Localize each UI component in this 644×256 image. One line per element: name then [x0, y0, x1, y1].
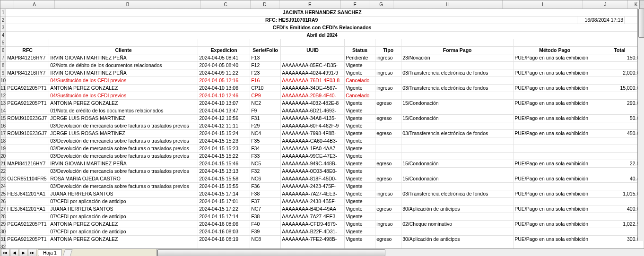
cell-31-A[interactable]: PEGA921205PT1 — [6, 236, 49, 243]
cell-10-G[interactable] — [375, 77, 401, 84]
cell-14-I[interactable] — [513, 107, 596, 114]
column-header-C[interactable]: C — [201, 0, 251, 9]
cell-28-F[interactable]: Vigente — [345, 213, 375, 220]
cell-24-I[interactable] — [513, 183, 596, 190]
cell-17-I[interactable]: PUE/Pago en una sola exhibición — [513, 130, 596, 137]
cell-17-H[interactable]: 03/Transferencia electrónica de fondos — [401, 130, 513, 137]
cell-24-A[interactable] — [6, 183, 49, 190]
cell-13-D[interactable]: NC2 — [250, 100, 281, 107]
cell-28-H[interactable] — [401, 213, 513, 220]
cell-27-E[interactable]: AAAAAAAA-B4D4-49AA — [281, 205, 345, 213]
cell-14-J[interactable] — [596, 107, 644, 114]
cell-25-C[interactable]: 2024-04-15 17:14 — [198, 190, 250, 197]
cell-31-H[interactable]: 30/Aplicación de anticipos — [401, 236, 513, 243]
row-header-30[interactable]: 30 — [0, 228, 6, 236]
vertical-scrollbar[interactable] — [637, 9, 644, 241]
cell-22-E[interactable]: AAAAAAAA-0C03-48E0- — [281, 168, 345, 175]
row-header-24[interactable]: 24 — [0, 183, 6, 190]
row-header-6[interactable]: 6 — [0, 47, 6, 54]
cell-28-A[interactable] — [6, 213, 49, 220]
cell-10-B[interactable]: 04/Sustitución de los CFDI previos — [49, 77, 198, 84]
cell-13-G[interactable]: egreso — [375, 100, 401, 107]
cell-21-F[interactable]: Vigente — [345, 160, 375, 167]
cell-17-D[interactable]: NC4 — [250, 130, 281, 137]
cell-11-F[interactable]: Vigente — [345, 85, 375, 92]
cell-24-F[interactable]: Vigente — [345, 183, 375, 190]
cell-12-A[interactable] — [6, 92, 49, 99]
cell-7-E[interactable] — [281, 54, 345, 61]
cell-14-D[interactable]: F9 — [250, 107, 281, 114]
cell-17-B[interactable]: JORGE LUIS ROSAS MARTINEZ — [49, 130, 198, 137]
cell-10-F[interactable]: Cancelado — [345, 77, 375, 84]
cell-25-A[interactable]: HESJ841201YA1 — [6, 190, 49, 197]
cell-21-G[interactable]: egreso — [375, 160, 401, 167]
cell-31-F[interactable]: Vigente — [345, 236, 375, 243]
cell-16-G[interactable] — [375, 122, 401, 129]
cell-7-D[interactable]: F13 — [250, 54, 281, 61]
row-header-16[interactable]: 16 — [0, 122, 6, 130]
cell-10-H[interactable] — [401, 77, 513, 84]
select-all-corner[interactable] — [0, 0, 14, 9]
cell-7-G[interactable]: ingreso — [375, 54, 401, 61]
row-header-8[interactable]: 8 — [0, 62, 6, 69]
last-sheet-button[interactable]: ⏭ — [28, 249, 36, 256]
cell-28-J[interactable] — [596, 213, 644, 220]
row-header-12[interactable]: 12 — [0, 92, 6, 100]
cell-18-J[interactable] — [596, 137, 644, 145]
row-header-15[interactable]: 15 — [0, 115, 6, 122]
cell-21-A[interactable]: MAPI841216HY7 — [6, 160, 49, 167]
row-header-13[interactable]: 13 — [0, 100, 6, 107]
column-header-H[interactable]: H — [393, 0, 503, 9]
cell-30-J[interactable] — [596, 228, 644, 235]
cell-29-G[interactable]: ingreso — [375, 221, 401, 228]
cell-22-B[interactable]: 03/Devolución de mercancía sobre factura… — [49, 168, 198, 175]
cell-7-H[interactable]: 23/Novación — [401, 54, 513, 61]
row-header-1[interactable]: 1 — [0, 9, 6, 17]
cell-22-D[interactable]: F32 — [250, 168, 281, 175]
cell-31-C[interactable]: 2024-04-16 08:19 — [198, 236, 250, 243]
cell-9-C[interactable]: 2024-04-09 11:22 — [198, 69, 250, 77]
cell-25-G[interactable]: ingreso — [375, 190, 401, 197]
cell-20-G[interactable] — [375, 153, 401, 160]
cell-12-H[interactable] — [401, 92, 513, 99]
cell-31-I[interactable]: PUE/Pago en una sola exhibición — [513, 236, 596, 243]
sheet-tab[interactable]: Hoja 1 — [38, 249, 62, 256]
row-header-21[interactable]: 21 — [0, 160, 6, 168]
cell-24-D[interactable]: F36 — [250, 183, 281, 190]
cell-10-I[interactable] — [513, 77, 596, 84]
cell-26-A[interactable] — [6, 198, 49, 205]
row-header-2[interactable]: 2 — [0, 17, 6, 24]
row-header-11[interactable]: 11 — [0, 85, 6, 92]
cell-25-B[interactable]: JUANA HERRERA SANTOS — [49, 190, 198, 197]
cell-24-C[interactable]: 2024-04-15 15:55 — [198, 183, 250, 190]
cell-24-J[interactable] — [596, 183, 644, 190]
cell-19-H[interactable] — [401, 145, 513, 152]
cell-10-A[interactable] — [6, 77, 49, 84]
cell-9-F[interactable]: Vigente — [345, 69, 375, 77]
cell-20-F[interactable]: Vigente — [345, 153, 375, 160]
cell-15-E[interactable]: AAAAAAAA-34A8-4135- — [281, 115, 345, 122]
cell-27-D[interactable]: NC7 — [250, 205, 281, 213]
cell-16-D[interactable]: F29 — [250, 122, 281, 129]
cell-16-F[interactable]: Vigente — [345, 122, 375, 129]
cell-22-C[interactable]: 2024-04-15 13:13 — [198, 168, 250, 175]
cell-17-F[interactable]: Vigente — [345, 130, 375, 137]
vertical-scroll-thumb[interactable] — [638, 9, 644, 38]
cell-22-I[interactable] — [513, 168, 596, 175]
cell-17-G[interactable]: egreso — [375, 130, 401, 137]
cell-29-C[interactable]: 2024-04-16 08:06 — [198, 221, 250, 228]
cell-10-J[interactable] — [596, 77, 644, 84]
cell-15-C[interactable]: 2024-04-12 16:56 — [198, 115, 250, 122]
row-header-4[interactable]: 4 — [0, 32, 6, 39]
cell-30-D[interactable]: F39 — [250, 228, 281, 235]
cell-26-E[interactable]: AAAAAAAA-2438-4B5F- — [281, 198, 345, 205]
cell-17-J[interactable]: 450.00 — [596, 130, 644, 137]
cell-27-B[interactable]: JUANA HERRERA SANTOS — [49, 205, 198, 213]
cell-7-J[interactable]: 150.00 — [596, 54, 644, 61]
row-header-10[interactable]: 10 — [0, 77, 6, 85]
cell-31-D[interactable]: NC8 — [250, 236, 281, 243]
cell-29-D[interactable]: F40 — [250, 221, 281, 228]
cell-14-A[interactable] — [6, 107, 49, 114]
cell-15-D[interactable]: F31 — [250, 115, 281, 122]
column-header-G[interactable]: G — [369, 0, 393, 9]
